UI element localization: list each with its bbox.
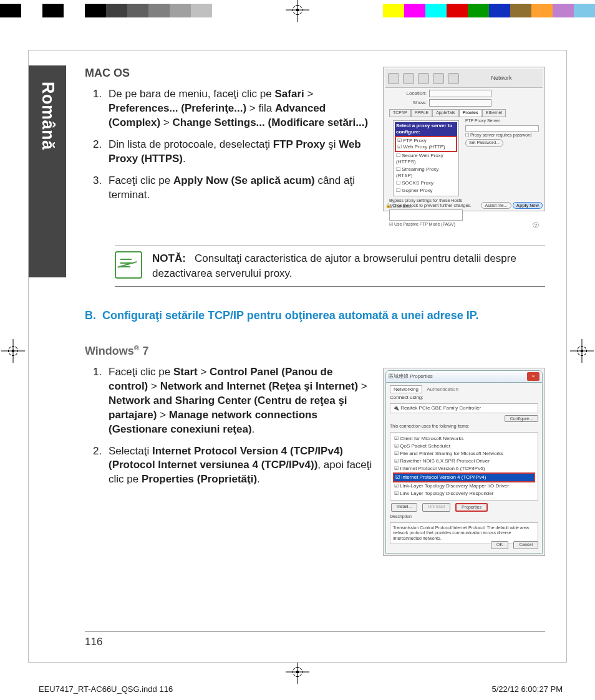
toolbar-icon: [403, 73, 414, 84]
toolbar-icon: [448, 73, 459, 84]
macos-network-screenshot: Network Location: Show: TCP/IPPPPoEApple…: [383, 67, 545, 211]
configure-button: Configure...: [505, 415, 538, 422]
proxies-tabs: TCP/IPPPPoEAppleTalkProxiesEthernet: [389, 109, 539, 117]
print-metadata: EEU7417_RT-AC66U_QSG.indd 116 5/22/12 6:…: [39, 684, 563, 694]
registration-mark-icon: [289, 2, 306, 18]
section-b-heading: B.Configuraţi setările TCP/IP pentru obţ…: [85, 309, 545, 322]
list-item: De pe bara de meniu, faceţi clic pe Safa…: [105, 87, 374, 130]
toolbar-icon: [388, 73, 399, 84]
macos-heading: MAC OS: [85, 67, 374, 80]
cancel-button: Cancel: [513, 541, 538, 549]
windows7-steps: Faceţi clic pe Start > Control Panel (Pa…: [105, 365, 374, 487]
protocol-list: ☑ Client for Microsoft Networks ☑ QoS Pa…: [390, 432, 538, 501]
windows7-heading: Windows® 7: [85, 343, 545, 358]
properties-button: Properties: [455, 503, 488, 512]
proxy-list: Select a proxy server to configure: ☑ FT…: [393, 120, 459, 196]
window-title: Network: [463, 75, 540, 82]
note-text: Consultaţi caracteristica de ajutor a br…: [152, 252, 516, 279]
dialog-title: 區域連線 Properties: [389, 373, 433, 380]
list-item: Selectaţi Internet Protocol Version 4 (T…: [105, 444, 374, 487]
set-password-button: Set Password...: [465, 139, 503, 147]
install-button: Install...: [391, 503, 417, 512]
toolbar-icon: [418, 73, 429, 84]
ok-button: OK: [491, 541, 508, 549]
macos-steps: De pe bara de meniu, faceţi clic pe Safa…: [105, 87, 374, 203]
note-label: NOTĂ:: [152, 252, 186, 264]
print-timestamp: 5/22/12 6:00:27 PM: [492, 684, 563, 694]
indesign-filename: EEU7417_RT-AC66U_QSG.indd 116: [39, 684, 173, 694]
page-frame: Română MAC OS De pe bara de meniu, faceţ…: [28, 50, 567, 663]
assist-button: Assist me...: [481, 202, 511, 209]
note-box: NOTĂ: Consultaţi caracteristica de ajuto…: [115, 246, 545, 287]
list-item: Din lista de protocoale, deselectaţi FTP…: [105, 138, 374, 166]
page-number: 116: [85, 631, 545, 648]
registration-mark-icon: [574, 343, 590, 359]
toolbar-icon: [433, 73, 444, 84]
language-tab-label: Română: [38, 82, 57, 150]
registration-mark-icon: [5, 343, 21, 359]
close-icon: ×: [527, 372, 539, 381]
language-tab: Română: [29, 65, 66, 277]
registration-mark-icon: [289, 664, 306, 680]
apply-now-button: Apply Now: [513, 202, 543, 209]
note-icon: [115, 251, 142, 279]
list-item: Faceţi clic pe Apply Now (Se aplică acum…: [105, 174, 374, 203]
uninstall-button: Uninstall: [422, 503, 450, 512]
windows-properties-screenshot: 區域連線 Properties × Networking Authenticat…: [383, 368, 545, 556]
list-item: Faceţi clic pe Start > Control Panel (Pa…: [105, 365, 374, 437]
